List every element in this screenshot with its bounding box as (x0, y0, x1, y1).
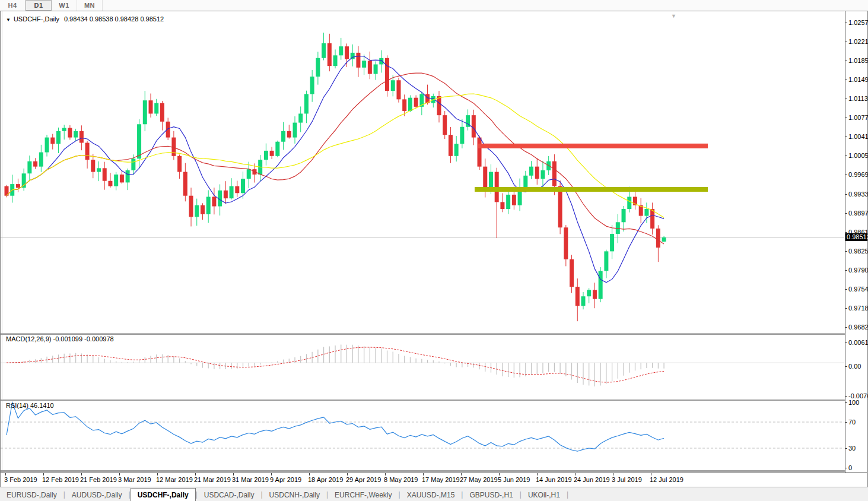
candle-bear (50, 138, 55, 144)
price-axis-label: 0.99330 (848, 191, 868, 198)
candle-bull (610, 234, 614, 251)
chart-ohlc-values: 0.98434 0.98538 0.98428 0.98512 (64, 15, 164, 23)
time-axis-tick (157, 473, 158, 475)
candle-bull (298, 113, 303, 122)
time-axis-tick (81, 473, 82, 475)
tab-audusd-daily[interactable]: AUDUSD-,Daily (65, 489, 129, 501)
collapse-triangle-icon[interactable]: ▼ (6, 17, 11, 23)
ma-slow-line (7, 94, 664, 217)
price-axis-tick (845, 308, 847, 309)
tab-usdchf-daily[interactable]: USDCHF-,Daily (131, 488, 196, 501)
candle-bear (287, 131, 291, 138)
candle-bull (523, 176, 527, 188)
price-axis-label: 1.01130 (848, 95, 868, 102)
candle-bull (114, 175, 118, 186)
support-line[interactable] (475, 187, 708, 192)
price-axis-label: 0.98970 (848, 210, 868, 217)
date-label: 27 May 2019 (460, 476, 498, 483)
time-axis-tick (309, 473, 310, 475)
candle-bull (39, 153, 43, 167)
candle-bear (500, 202, 504, 209)
chart-canvas[interactable] (1, 11, 867, 486)
rsi-axis-label: 0 (848, 464, 852, 471)
tab-usdcnh-daily[interactable]: USDCNH-,Daily (263, 489, 326, 501)
candle-bull (97, 168, 101, 172)
price-axis-tick (845, 213, 847, 214)
candle-bull (460, 127, 464, 144)
rsi-axis-label: 30 (848, 445, 856, 452)
tab-eurchf-weekly[interactable]: EURCHF-,Weekly (328, 489, 398, 501)
price-axis-tick (845, 232, 847, 233)
date-label: 18 Apr 2019 (308, 476, 343, 483)
candle-bull (206, 197, 211, 214)
tab-ukoil-h1[interactable]: UKOil-,H1 (522, 489, 567, 501)
candle-bull (506, 195, 510, 209)
candle-bear (270, 151, 274, 156)
tab-usdcad-daily[interactable]: USDCAD-,Daily (198, 489, 261, 501)
price-axis-label: 1.02210 (848, 38, 868, 45)
candle-bear (576, 287, 580, 306)
timeframe-button-w1[interactable]: W1 (52, 0, 77, 11)
candle-bull (316, 58, 320, 77)
macd-axis-tick (845, 396, 847, 397)
date-label: 29 Apr 2019 (346, 476, 381, 483)
candle-bear (368, 61, 372, 74)
candle-bear (650, 209, 654, 229)
chart-window: ▼USDCHF-,Daily0.98434 0.98538 0.98428 0.… (0, 11, 868, 487)
tab-separator: | (567, 490, 568, 499)
timeframe-button-d1[interactable]: D1 (26, 0, 52, 11)
candle-bear (16, 184, 20, 188)
timeframe-button-h4[interactable]: H4 (0, 0, 26, 11)
tab-gbpusd-h1[interactable]: GBPUSD-,H1 (463, 489, 519, 501)
resistance-line[interactable] (478, 144, 708, 148)
rsi-line (7, 402, 664, 451)
macd-label: MACD(12,26,9) -0.001099 -0.000978 (6, 335, 114, 343)
candle-bull (195, 205, 199, 217)
rsi-label: RSI(14) 46.1410 (6, 402, 54, 409)
candle-bear (103, 168, 107, 180)
pane-splitter[interactable] (1, 470, 867, 472)
price-axis-label: 0.97900 (848, 267, 868, 274)
price-pane[interactable] (1, 33, 844, 321)
time-axis-tick (461, 473, 462, 475)
candle-bear (478, 138, 482, 167)
candle-bull (322, 43, 326, 58)
date-label: 14 Jun 2019 (536, 476, 572, 483)
price-axis-tick (845, 23, 847, 23)
time-axis-tick (499, 473, 500, 475)
candle-bull (662, 237, 666, 242)
date-label: 12 Feb 2019 (42, 476, 79, 483)
macd-pane[interactable] (1, 345, 844, 386)
candle-bear (402, 99, 406, 111)
time-axis-tick (195, 473, 196, 475)
price-axis-tick (845, 251, 847, 252)
tab-xauusd-m15[interactable]: XAUUSD-,M15 (400, 489, 462, 501)
candle-bull (27, 161, 31, 174)
candle-bear (385, 58, 389, 91)
chart-shift-marker-icon[interactable]: ▼ (671, 13, 676, 19)
price-axis-tick (845, 42, 847, 42)
candle-bear (656, 229, 660, 248)
pane-splitter[interactable] (1, 399, 867, 401)
date-label: 12 Mar 2019 (156, 476, 193, 483)
date-label: 3 Jul 2019 (612, 476, 642, 483)
pane-splitter[interactable] (1, 333, 867, 335)
rsi-pane[interactable] (1, 402, 844, 451)
macd-axis-tick (845, 366, 847, 367)
timeframe-button-mn[interactable]: MN (77, 0, 103, 11)
price-axis-label: 1.01490 (848, 76, 868, 83)
price-axis-label: 0.96820 (848, 324, 868, 331)
price-axis-tick (845, 156, 847, 156)
candle-bear (443, 115, 447, 135)
candle-bear (212, 197, 216, 207)
candle-bull (644, 209, 648, 216)
candle-bull (408, 98, 412, 111)
candle-bear (328, 43, 332, 66)
candle-bull (333, 55, 338, 66)
candle-bear (91, 160, 95, 172)
candle-bear (449, 135, 453, 156)
tab-eurusd-daily[interactable]: EURUSD-,Daily (0, 489, 63, 501)
time-axis: 3 Feb 201912 Feb 201921 Feb 20193 Mar 20… (1, 473, 867, 487)
chart-symbol-label: USDCHF-,Daily (14, 15, 59, 23)
time-axis-tick (651, 473, 651, 475)
